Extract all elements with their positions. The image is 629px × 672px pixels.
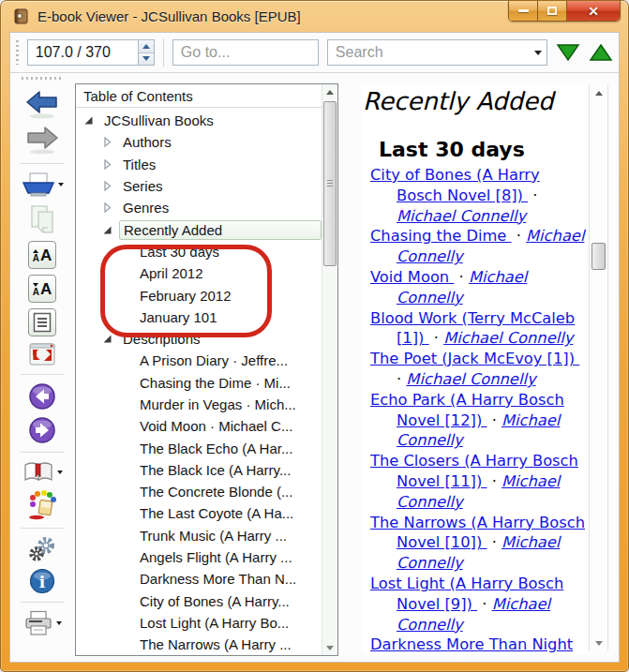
next-page-icon	[28, 416, 56, 444]
page-spin-down-button[interactable]	[139, 52, 154, 66]
toc-item-lost-light-a-harry-bo[interactable]: Lost Light (A Harry Bo...	[76, 612, 322, 634]
toc-item-jcsullivan-books[interactable]: JCSullivan Books	[76, 110, 322, 131]
page-spin-buttons	[138, 40, 154, 65]
preferences-appearance-button[interactable]	[27, 490, 57, 520]
ebook-viewer-window: E-book Viewer - JCSullivan Books [EPUB] …	[0, 0, 629, 672]
toc-item-descriptions[interactable]: Descriptions	[76, 328, 322, 350]
content-scrollbar[interactable]	[589, 85, 608, 650]
open-ebook-button[interactable]	[22, 172, 64, 198]
minimize-button[interactable]	[509, 1, 538, 21]
toc-item-february-2012[interactable]: February 2012	[76, 284, 322, 306]
book-author-link[interactable]: Michael Connelly	[406, 370, 535, 388]
book-author-link[interactable]: Michael Connelly	[397, 207, 526, 225]
page-spinbox[interactable]	[27, 39, 155, 66]
toc-item-series[interactable]: Series	[76, 175, 322, 197]
fullscreen-button[interactable]	[28, 342, 56, 366]
toc-item-the-last-coyote-a-ha[interactable]: The Last Coyote (A Ha...	[76, 502, 322, 524]
toc-item-label: The Last Coyote (A Ha...	[136, 505, 297, 521]
bookmark-button[interactable]	[22, 460, 63, 485]
side-separator	[21, 528, 64, 529]
find-previous-button[interactable]	[589, 41, 613, 64]
toc-item-a-prison-diary-jeffre[interactable]: A Prison Diary · Jeffre...	[76, 350, 322, 371]
toc-item-label: Darkness More Than N...	[136, 571, 300, 587]
toc-item-genres[interactable]: Genres	[76, 197, 322, 218]
book-entry: City of Bones (A Harry Bosch Novel [8]) …	[370, 165, 586, 226]
previous-page-button[interactable]	[28, 382, 56, 411]
book-author-link[interactable]: Michael Connelly	[443, 329, 573, 347]
toc-item-last-30-days[interactable]: Last 30 days	[76, 241, 322, 262]
tree-collapsed-icon[interactable]	[102, 137, 119, 147]
forward-button[interactable]	[24, 126, 60, 156]
side-toolbar-drag-handle[interactable]	[22, 77, 63, 80]
previous-page-icon	[28, 382, 56, 411]
scroll-up-button[interactable]	[322, 84, 337, 99]
book-title-link[interactable]: The Poet (Jack McEvoy [1])	[370, 350, 579, 367]
next-page-button[interactable]	[28, 416, 56, 444]
toc-item-trunk-music-a-harry[interactable]: Trunk Music (A Harry ...	[76, 525, 322, 546]
font-size-larger-button[interactable]: A A	[28, 241, 56, 269]
page-indicator-input[interactable]	[28, 40, 138, 65]
toc-item-label: Trunk Music (A Harry ...	[136, 528, 291, 544]
toc-item-chasing-the-dime-mi[interactable]: Chasing the Dime · Mi...	[76, 372, 322, 394]
toc-header: Table of Contents	[76, 84, 322, 108]
book-title-link[interactable]: City of Bones (A Harry Bosch Novel [8])	[370, 166, 540, 204]
scroll-up-button[interactable]	[590, 85, 607, 100]
dot-separator: ·	[487, 472, 502, 490]
scroll-down-button[interactable]	[322, 640, 337, 655]
toc-item-label: JCSullivan Books	[100, 112, 217, 128]
toc-item-recently-added[interactable]: Recently Added	[76, 218, 322, 240]
settings-button[interactable]	[28, 536, 56, 562]
toc-item-label: The Concrete Blonde (...	[136, 484, 296, 500]
toc-item-the-concrete-blonde[interactable]: The Concrete Blonde (...	[76, 481, 322, 502]
book-title-link[interactable]: Darkness More Than Night (A Harry Bosch …	[370, 635, 573, 654]
search-dropdown-button[interactable]	[530, 40, 547, 65]
toc-scrollbar[interactable]	[322, 84, 337, 655]
toc-item-void-moon-michael-c[interactable]: Void Moon · Michael C...	[76, 415, 322, 437]
font-size-smaller-button[interactable]: A A	[28, 275, 56, 303]
search-input[interactable]	[328, 44, 530, 61]
toc-item-label: Genres	[119, 200, 172, 216]
book-title-link[interactable]: Chasing the Dime	[370, 227, 512, 245]
dot-separator: ·	[429, 329, 444, 347]
toolbar-drag-handle[interactable]	[16, 40, 19, 65]
toc-toggle-button[interactable]	[28, 308, 56, 336]
scroll-down-button[interactable]	[590, 635, 607, 650]
toc-item-the-black-ice-a-harry[interactable]: The Black Ice (A Harry...	[76, 459, 322, 481]
back-arrow-icon	[24, 90, 60, 120]
toc-item-murder-in-vegas-mich[interactable]: Murder in Vegas · Mich...	[76, 394, 322, 415]
toc-item-authors[interactable]: Authors	[76, 131, 322, 153]
toc-item-april-2012[interactable]: April 2012	[76, 262, 322, 284]
toc-item-darkness-more-than-n[interactable]: Darkness More Than N...	[76, 568, 322, 590]
goto-input[interactable]	[172, 39, 319, 66]
toc-item-titles[interactable]: Titles	[76, 154, 322, 175]
dot-separator: ·	[454, 268, 469, 286]
toc-scrollbar-thumb[interactable]	[323, 101, 337, 266]
tree-collapsed-icon[interactable]	[102, 159, 119, 170]
print-button[interactable]	[23, 610, 62, 636]
search-combobox[interactable]	[327, 39, 547, 66]
content-scrollbar-thumb[interactable]	[592, 243, 606, 270]
tree-collapsed-icon[interactable]	[102, 181, 119, 191]
tree-expanded-icon[interactable]	[83, 115, 100, 126]
toc-item-label: January 101	[136, 309, 221, 325]
book-entry: Darkness More Than Night (A Harry Bosch …	[370, 635, 586, 654]
toc-item-the-narrows-a-harry[interactable]: The Narrows (A Harry ...	[76, 634, 322, 655]
tree-expanded-icon[interactable]	[102, 225, 119, 235]
back-button[interactable]	[24, 90, 60, 120]
titlebar[interactable]: E-book Viewer - JCSullivan Books [EPUB] …	[1, 1, 628, 32]
page-spin-up-button[interactable]	[139, 40, 154, 52]
maximize-button[interactable]	[538, 1, 567, 21]
book-title-link[interactable]: Void Moon	[370, 268, 454, 286]
tree-collapsed-icon[interactable]	[102, 202, 119, 213]
close-button[interactable]: ✕	[567, 1, 620, 21]
tree-expanded-icon[interactable]	[102, 334, 119, 344]
copy-button[interactable]	[27, 203, 57, 235]
toc-item-angels-flight-a-harry[interactable]: Angels Flight (A Harry ...	[76, 546, 322, 568]
find-next-button[interactable]	[556, 41, 580, 64]
toc-item-the-black-echo-a-har[interactable]: The Black Echo (A Har...	[76, 437, 322, 458]
book-info-button[interactable]: i	[29, 568, 55, 594]
green-down-triangle-icon	[556, 42, 580, 63]
book-entry: Void Moon · Michael Connelly	[370, 267, 586, 308]
toc-item-january-101[interactable]: January 101	[76, 306, 322, 328]
toc-item-city-of-bones-a-harry[interactable]: City of Bones (A Harry...	[76, 590, 322, 612]
